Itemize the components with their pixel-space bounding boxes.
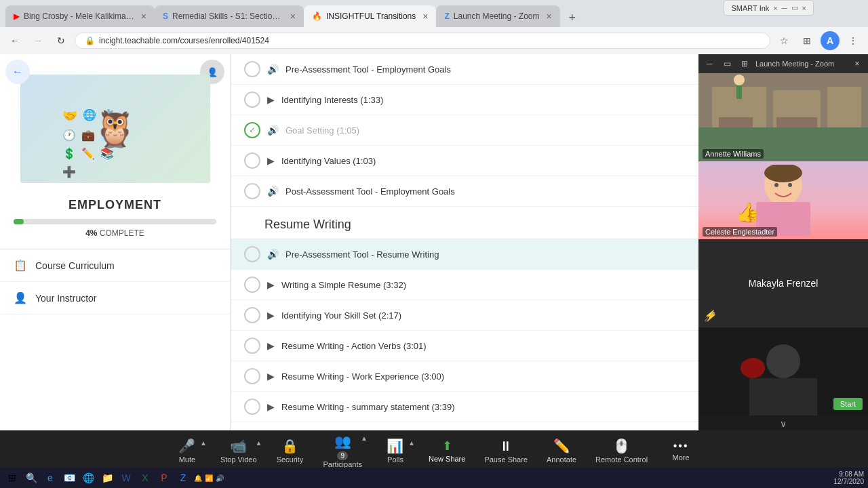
audio-icon: 🔊 <box>267 249 279 260</box>
sidebar-item-curriculum[interactable]: 📋 Course Curriculum <box>0 249 230 282</box>
zoom-participant-4[interactable]: Start <box>698 327 868 415</box>
toolbar-pause-share[interactable]: ⏸ Pause Share <box>475 436 537 466</box>
sidebar-back-button[interactable]: ← <box>5 60 30 84</box>
smart-ink-close-button[interactable]: × <box>773 4 777 12</box>
minimize-icon[interactable]: ─ <box>782 4 787 12</box>
taskbar-outlook[interactable]: 📧 <box>61 470 77 486</box>
toolbar-mute[interactable]: 🎤 ▲ Mute <box>163 435 211 466</box>
svg-rect-7 <box>719 117 753 127</box>
toolbar-more[interactable]: ••• More <box>657 437 705 464</box>
course-logo: 🦉 🤝 🌐 ⚙️ 🕐 💼 👔 💲 ✏️ 📚 ➕ <box>20 75 210 183</box>
instructor-label: Your Instructor <box>35 293 97 304</box>
start-menu-icon[interactable]: ⊞ <box>4 470 20 486</box>
tab4-favicon: Z <box>444 12 449 21</box>
lesson-check <box>244 368 260 384</box>
tab3-close[interactable]: × <box>422 11 428 22</box>
zoom-window-title: Launch Meeting - Zoom <box>755 60 846 68</box>
start-button[interactable]: Start <box>833 398 863 410</box>
toolbar-stop-video[interactable]: 📹 ▲ Stop Video <box>211 435 267 466</box>
scroll-down-icon: ∨ <box>780 418 787 429</box>
tab-4[interactable]: Z Launch Meeting - Zoom × <box>436 5 559 27</box>
zoom-participant-annette[interactable]: Annette Williams <box>698 73 868 161</box>
toolbar-polls[interactable]: 📊 ▲ Polls <box>372 435 419 466</box>
zoom-restore-button[interactable]: ▭ <box>720 57 734 70</box>
zoom-minimize-button[interactable]: ─ <box>703 57 716 70</box>
tab-2[interactable]: S Remedial Skills - S1: Section 9-1... × <box>155 5 304 27</box>
volume-icon[interactable]: 🔊 <box>216 474 224 482</box>
tab2-close[interactable]: × <box>290 11 296 22</box>
pause-share-icon: ⏸ <box>499 439 513 454</box>
sidebar-item-instructor[interactable]: 👤 Your Instructor <box>0 282 230 314</box>
toolbar-annotate[interactable]: ✏️ Annotate <box>537 435 586 466</box>
complete-label: COMPLETE <box>100 228 144 238</box>
annotate-icon: ✏️ <box>553 438 570 454</box>
remote-control-icon: 🖱️ <box>613 438 630 454</box>
cortana-icon[interactable]: 🔍 <box>23 470 39 486</box>
tab3-label: INSIGHTFUL Transitions <box>326 12 416 21</box>
security-label: Security <box>277 455 304 464</box>
video-icon: ▶ <box>267 371 275 382</box>
svg-point-14 <box>788 183 792 187</box>
progress-bar-container <box>0 216 230 226</box>
notification-icon[interactable]: 🔔 <box>194 474 202 482</box>
taskbar-chrome[interactable]: 🌐 <box>80 470 96 486</box>
toolbar-new-share[interactable]: ⬆ New Share <box>419 436 475 466</box>
tab-3[interactable]: 🔥 INSIGHTFUL Transitions × <box>304 5 436 27</box>
more-icon: ••• <box>673 440 689 452</box>
svg-point-13 <box>774 183 778 187</box>
toolbar-participants[interactable]: 👥 ▲ 9 Participants <box>314 430 372 471</box>
taskbar-excel[interactable]: X <box>137 470 153 486</box>
profile-icon[interactable]: A <box>821 31 840 50</box>
instructor-icon: 👤 <box>14 291 27 304</box>
taskbar-powerpoint[interactable]: P <box>156 470 172 486</box>
network-icon[interactable]: 📶 <box>205 474 213 482</box>
taskbar-file-explorer[interactable]: 📁 <box>99 470 115 486</box>
back-button[interactable]: ← <box>5 31 24 50</box>
svg-rect-4 <box>827 87 861 127</box>
refresh-button[interactable]: ↻ <box>52 31 71 50</box>
remote-control-label: Remote Control <box>595 455 648 464</box>
pause-share-label: Pause Share <box>484 455 528 464</box>
tab1-close[interactable]: × <box>141 11 146 22</box>
zoom-close-button[interactable]: × <box>850 57 864 70</box>
toolbar-remote-control[interactable]: 🖱️ Remote Control <box>586 435 657 466</box>
taskbar-clock[interactable]: 9:08 AM 12/7/2020 <box>834 470 865 485</box>
url-bar[interactable]: 🔒 incight.teachable.com/courses/enrolled… <box>75 33 770 49</box>
url-text: incight.teachable.com/courses/enrolled/4… <box>99 36 760 45</box>
forward-button[interactable]: → <box>28 31 47 50</box>
new-share-icon: ⬆ <box>442 439 452 453</box>
zoom-grid-button[interactable]: ⊞ <box>738 57 751 70</box>
zoom-title-bar: ─ ▭ ⊞ Launch Meeting - Zoom × <box>698 54 868 73</box>
new-tab-button[interactable]: + <box>563 8 582 27</box>
restore-icon[interactable]: ▭ <box>791 3 798 12</box>
new-share-label: New Share <box>429 455 465 463</box>
extensions-icon[interactable]: ⊞ <box>797 31 816 50</box>
zoom-participant-makayla[interactable]: Makayla Frenzel 🎤 ⚡ <box>698 239 868 327</box>
mute-label: Mute <box>179 455 195 464</box>
progress-text: 4% COMPLETE <box>0 226 230 249</box>
zoom-participant-celeste[interactable]: 👍 Celeste Englestadter <box>698 161 868 239</box>
svg-rect-8 <box>776 117 817 127</box>
taskbar: ⊞ 🔍 e 📧 🌐 📁 W X P Z 🔔 📶 🔊 9:08 AM 12/7/2… <box>0 468 868 488</box>
tab-1[interactable]: ▶ Bing Crosby - Mele Kalikimaka (H... × <box>5 5 155 27</box>
zoom-scroll-hint[interactable]: ∨ <box>698 415 868 432</box>
tab4-close[interactable]: × <box>547 11 552 22</box>
lesson-check <box>244 183 260 199</box>
bookmark-icon[interactable]: ☆ <box>774 31 793 50</box>
close-icon[interactable]: × <box>802 4 806 12</box>
progress-bar-fill <box>14 219 24 224</box>
taskbar-ie[interactable]: e <box>42 470 58 486</box>
taskbar-word[interactable]: W <box>118 470 134 486</box>
owl-icon: 🦉 <box>93 108 137 150</box>
taskbar-zoom[interactable]: Z <box>175 470 191 486</box>
classroom-scene <box>698 73 868 161</box>
toolbar-security[interactable]: 🔒 Security <box>267 435 314 466</box>
video-icon: ▶ <box>267 279 275 290</box>
lesson-check <box>244 277 260 293</box>
curriculum-label: Course Curriculum <box>35 260 115 271</box>
audio-icon: 🔊 <box>267 125 279 136</box>
lesson-check <box>244 338 260 354</box>
audio-icon: 🔊 <box>267 64 279 75</box>
lesson-check <box>244 152 260 169</box>
menu-icon[interactable]: ⋮ <box>844 31 863 50</box>
